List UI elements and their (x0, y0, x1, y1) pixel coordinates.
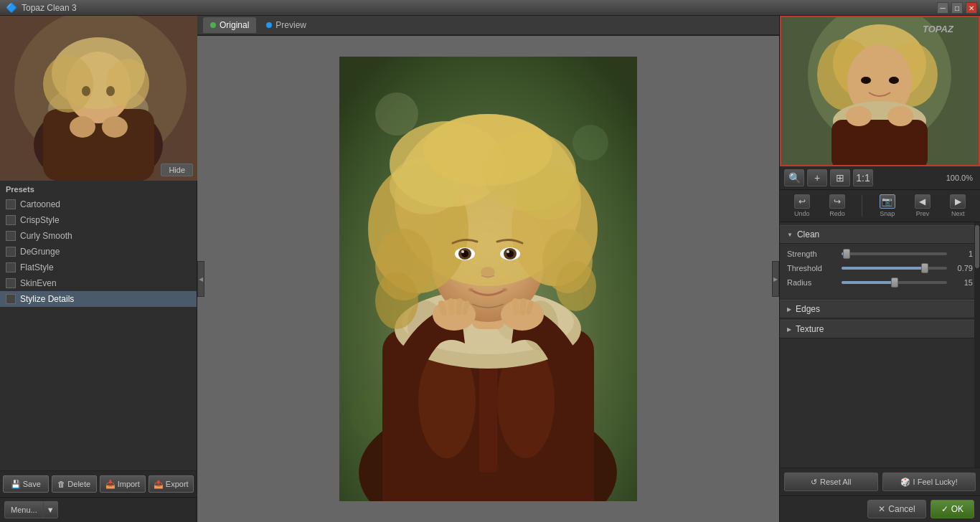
menu-button[interactable]: Menu... ▼ (4, 501, 58, 518)
snap-label: Snap (880, 210, 895, 217)
minimize-button[interactable]: ─ (937, 2, 948, 14)
svg-point-75 (887, 106, 913, 126)
clean-section-body: Strength 1 Threshold (780, 244, 980, 298)
presets-section: Presets Cartooned CrispStyle Curly Smoot… (0, 181, 197, 470)
texture-section-header[interactable]: ▶ Texture (780, 320, 980, 338)
save-icon: 💾 (11, 480, 21, 489)
undo-label: Undo (794, 210, 810, 217)
preset-icon (6, 231, 16, 241)
zoom-toolbar: 🔍 + ⊞ 1:1 100.0% (780, 166, 980, 190)
svg-point-9 (82, 86, 90, 96)
strength-slider-track[interactable] (842, 252, 947, 255)
strength-thumb[interactable] (843, 249, 850, 259)
svg-point-74 (846, 106, 872, 126)
scrollbar-track[interactable] (974, 222, 980, 468)
titlebar: 🔷 Topaz Clean 3 ─ □ ✕ (0, 0, 980, 16)
preset-label: Stylize Details (20, 294, 74, 304)
snap-button[interactable]: 📷 Snap (877, 193, 898, 219)
history-toolbar: ↩ Undo ↪ Redo 📷 Snap ◀ Prev ▶ Next (780, 190, 980, 222)
radius-thumb[interactable] (891, 277, 898, 288)
svg-point-54 (502, 288, 508, 292)
right-bottom-bar: ↺ Reset All 🎲 I Feel Lucky! (780, 468, 980, 495)
prev-button[interactable]: ◀ Prev (912, 193, 933, 219)
zoom-in-icon: + (814, 172, 820, 184)
undo-icon: ↩ (794, 194, 810, 209)
texture-section: ▶ Texture (780, 320, 980, 338)
radius-value: 15 (951, 278, 973, 287)
right-collapse-arrow[interactable]: ▶ (772, 261, 779, 297)
scrollbar-thumb[interactable] (975, 225, 979, 268)
svg-point-41 (423, 114, 552, 186)
preset-item-stylizedetails[interactable]: Stylize Details (0, 291, 197, 307)
threshold-label: Threshold (787, 264, 837, 272)
preset-icon (6, 294, 16, 304)
maximize-button[interactable]: □ (951, 2, 963, 14)
import-label: Import (118, 480, 140, 488)
undo-button[interactable]: ↩ Undo (791, 193, 813, 219)
left-arrow-icon: ◀ (199, 276, 203, 283)
preset-item-cartooned[interactable]: Cartooned (0, 196, 197, 212)
app-title: Topaz Clean 3 (22, 3, 77, 13)
canvas-area[interactable]: ◀ (197, 36, 779, 522)
threshold-slider-track[interactable] (842, 267, 947, 270)
preview-tab-indicator (266, 22, 272, 28)
svg-point-11 (70, 116, 95, 138)
left-collapse-arrow[interactable]: ◀ (197, 261, 204, 297)
toolbar-separator (862, 195, 862, 217)
actual-size-button[interactable]: 1:1 (853, 169, 873, 186)
clean-section-header[interactable]: ▼ Clean (780, 225, 980, 244)
svg-point-12 (102, 116, 128, 138)
zoom-out-button[interactable]: 🔍 (784, 169, 804, 186)
threshold-value: 0.79 (951, 264, 973, 272)
fit-icon: ⊞ (836, 172, 844, 184)
right-arrow-icon: ▶ (773, 276, 778, 283)
preset-item-crispstyle[interactable]: CrispStyle (0, 212, 197, 228)
edges-section-label: Edges (796, 304, 820, 314)
snap-icon: 📷 (880, 194, 895, 209)
hide-button[interactable]: Hide (161, 163, 193, 176)
main-canvas-image (339, 57, 637, 501)
tab-preview[interactable]: Preview (259, 17, 314, 33)
radius-slider-track[interactable] (842, 281, 947, 284)
action-bar: ✕ Cancel ✓ OK (780, 495, 980, 522)
i-feel-lucky-button[interactable]: 🎲 I Feel Lucky! (882, 473, 976, 491)
radius-slider-row: Radius 15 (787, 278, 973, 287)
preset-item-degrunge[interactable]: DeGrunge (0, 244, 197, 260)
strength-slider-row: Strength 1 (787, 250, 973, 258)
redo-button[interactable]: ↪ Redo (826, 193, 848, 219)
ok-icon: ✓ (941, 504, 948, 514)
preset-label: DeGrunge (20, 247, 60, 257)
preset-item-curlysmooth[interactable]: Curly Smooth (0, 228, 197, 244)
export-label: Export (166, 480, 189, 488)
svg-point-10 (106, 86, 115, 96)
save-button[interactable]: 💾 Save (3, 475, 49, 493)
preset-label: CrispStyle (20, 215, 60, 225)
fit-button[interactable]: ⊞ (830, 169, 850, 186)
tab-original[interactable]: Original (203, 17, 256, 33)
preset-icon (6, 247, 16, 257)
import-button[interactable]: 📥 Import (100, 475, 146, 493)
clean-expand-arrow: ▼ (787, 232, 793, 238)
radius-fill (842, 281, 895, 284)
reset-all-button[interactable]: ↺ Reset All (784, 473, 878, 491)
edges-section-header[interactable]: ▶ Edges (780, 300, 980, 318)
cancel-button[interactable]: ✕ Cancel (867, 500, 925, 518)
ok-button[interactable]: ✓ OK (930, 500, 974, 518)
export-icon: 📤 (154, 480, 164, 489)
svg-point-7 (43, 55, 93, 113)
clean-section: ▼ Clean Strength 1 Thre (780, 225, 980, 298)
delete-button[interactable]: 🗑 Delete (52, 475, 98, 493)
preset-label: Cartooned (20, 199, 60, 209)
strength-label: Strength (787, 250, 837, 258)
export-button[interactable]: 📤 Export (149, 475, 194, 493)
threshold-thumb[interactable] (921, 263, 928, 273)
preset-item-skineven[interactable]: SkinEven (0, 275, 197, 291)
reset-all-label: Reset All (820, 478, 851, 486)
preset-item-flatstyle[interactable]: FlatStyle (0, 260, 197, 275)
zoom-in-button[interactable]: + (807, 169, 827, 186)
next-button[interactable]: ▶ Next (947, 193, 969, 219)
preset-icon (6, 262, 16, 272)
close-button[interactable]: ✕ (966, 2, 977, 14)
right-thumbnail-image (781, 17, 979, 165)
lucky-label: I Feel Lucky! (913, 478, 958, 486)
